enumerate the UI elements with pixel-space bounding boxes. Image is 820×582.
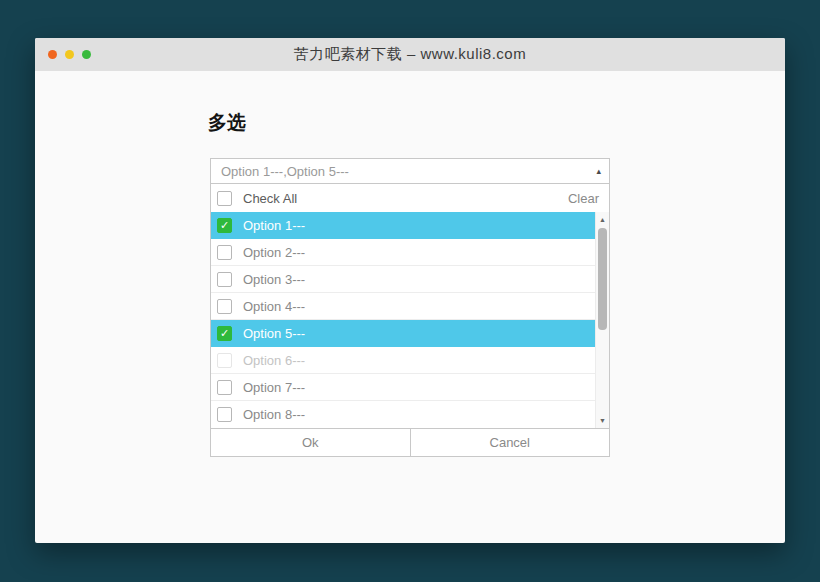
ok-button[interactable]: Ok — [211, 429, 410, 456]
app-window: 苦力吧素材下载 – www.kuli8.com 多选 Option 1---,O… — [35, 38, 785, 543]
scrollbar-thumb[interactable] — [598, 228, 607, 330]
option-row-1[interactable]: ✓Option 1--- — [211, 212, 609, 239]
options-scrollbar[interactable]: ▲ ▼ — [595, 212, 609, 428]
option-checkbox[interactable] — [217, 245, 232, 260]
option-label: Option 1--- — [243, 218, 305, 233]
option-checkbox-checked[interactable]: ✓ — [217, 326, 232, 341]
option-label: Option 8--- — [243, 407, 305, 422]
minimize-window-icon[interactable] — [65, 50, 74, 59]
option-row-3[interactable]: Option 3--- — [211, 266, 609, 293]
multiselect-dropdown: Check All Clear ✓Option 1---Option 2---O… — [210, 184, 610, 457]
options-list: ✓Option 1---Option 2---Option 3---Option… — [211, 212, 609, 428]
window-controls — [48, 38, 91, 71]
option-row-8[interactable]: Option 8--- — [211, 401, 609, 428]
cancel-button[interactable]: Cancel — [410, 429, 610, 456]
clear-link[interactable]: Clear — [568, 191, 599, 206]
check-all-label: Check All — [243, 191, 297, 206]
scroll-up-icon[interactable]: ▲ — [596, 212, 609, 227]
check-all-row[interactable]: Check All Clear — [211, 184, 609, 212]
window-titlebar[interactable]: 苦力吧素材下载 – www.kuli8.com — [35, 38, 785, 71]
option-row-7[interactable]: Option 7--- — [211, 374, 609, 401]
dropdown-footer: Ok Cancel — [211, 428, 609, 456]
multiselect-input[interactable]: Option 1---,Option 5--- ▴ — [210, 158, 610, 184]
page-title: 多选 — [208, 110, 246, 136]
option-checkbox[interactable] — [217, 272, 232, 287]
option-label: Option 2--- — [243, 245, 305, 260]
option-row-6: Option 6--- — [211, 347, 609, 374]
option-label: Option 5--- — [243, 326, 305, 341]
option-checkbox[interactable] — [217, 299, 232, 314]
option-label: Option 4--- — [243, 299, 305, 314]
option-label: Option 6--- — [243, 353, 305, 368]
option-checkbox[interactable] — [217, 407, 232, 422]
caret-up-icon: ▴ — [596, 167, 601, 176]
selected-values-text: Option 1---,Option 5--- — [221, 164, 349, 179]
option-label: Option 7--- — [243, 380, 305, 395]
option-row-5[interactable]: ✓Option 5--- — [211, 320, 609, 347]
check-all-checkbox[interactable] — [217, 191, 232, 206]
zoom-window-icon[interactable] — [82, 50, 91, 59]
options-container: ✓Option 1---Option 2---Option 3---Option… — [211, 212, 609, 428]
scroll-down-icon[interactable]: ▼ — [596, 413, 609, 428]
multiselect-widget: Option 1---,Option 5--- ▴ Check All Clea… — [210, 158, 610, 457]
option-checkbox — [217, 353, 232, 368]
option-row-4[interactable]: Option 4--- — [211, 293, 609, 320]
option-row-2[interactable]: Option 2--- — [211, 239, 609, 266]
option-checkbox[interactable] — [217, 380, 232, 395]
window-title: 苦力吧素材下载 – www.kuli8.com — [294, 45, 526, 64]
option-label: Option 3--- — [243, 272, 305, 287]
close-window-icon[interactable] — [48, 50, 57, 59]
option-checkbox-checked[interactable]: ✓ — [217, 218, 232, 233]
